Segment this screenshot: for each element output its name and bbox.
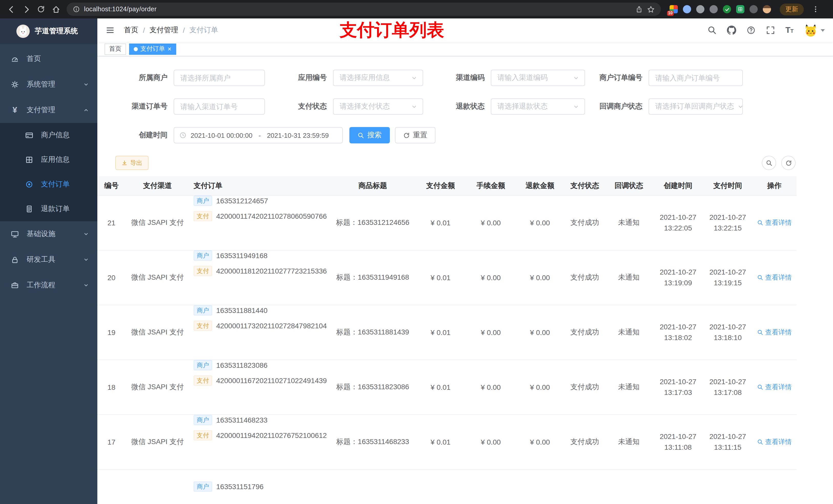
site-info-icon[interactable] xyxy=(73,6,80,13)
toggle-search-button[interactable] xyxy=(762,156,776,170)
sidebar-item-workflow[interactable]: 工作流程 xyxy=(0,272,97,298)
breadcrumb-home[interactable]: 首页 xyxy=(124,26,138,35)
share-icon[interactable] xyxy=(635,5,643,13)
cell-title: 标题：1635312124656 xyxy=(330,196,415,250)
browser-home-button[interactable] xyxy=(50,3,62,15)
breadcrumb-payment[interactable]: 支付管理 xyxy=(149,26,178,35)
view-detail-link[interactable]: 查看详情 xyxy=(757,218,792,227)
browser-reload-button[interactable] xyxy=(35,3,47,15)
extension-icon-pin[interactable] xyxy=(749,5,758,13)
cell-refund: ¥ 0.00 xyxy=(515,196,565,250)
cell-id: 17 xyxy=(97,415,125,470)
cell-actions: 查看详情 xyxy=(752,360,796,415)
sidebar: 芋道管理系统 首页 系统管理 ¥ 支付管理 xyxy=(0,19,97,504)
sidebar-toggle-icon[interactable] xyxy=(105,26,115,35)
sidebar-item-label: 首页 xyxy=(27,54,41,64)
cell-channel: 微信 JSAPI 支付 xyxy=(125,360,190,415)
channel-order-no-input[interactable] xyxy=(174,98,265,115)
sidebar-menu: 首页 系统管理 ¥ 支付管理 商户信息 xyxy=(0,44,97,298)
browser-forward-button[interactable] xyxy=(20,3,32,15)
channel-code-filter-select[interactable]: 请输入渠道编码 xyxy=(491,70,585,86)
cell-order: 商户1635311468233 支付4200001194202110276752… xyxy=(190,415,330,470)
col-header-fee: 手续金额 xyxy=(466,176,515,196)
yen-icon: ¥ xyxy=(10,106,20,114)
select-placeholder: 请选择退款状态 xyxy=(497,102,548,111)
navbar-actions: TT xyxy=(708,23,825,37)
chevron-down-icon xyxy=(83,231,89,237)
table-row: 17 微信 JSAPI 支付 商户1635311468233 支付4200001… xyxy=(97,415,800,470)
cell-fee: ¥ 0.00 xyxy=(466,250,515,305)
sidebar-item-refund-order[interactable]: 退款订单 xyxy=(0,197,97,221)
extension-icon-colorful[interactable]: 10 xyxy=(670,5,678,13)
pay-tag: 支付 xyxy=(194,376,212,386)
browser-menu-icon[interactable] xyxy=(809,3,822,15)
chevron-down-icon xyxy=(411,74,418,81)
app-logo[interactable]: 芋道管理系统 xyxy=(0,19,97,44)
payment-submenu: 商户信息 应用信息 支付订单 退款订单 xyxy=(0,123,97,221)
refund-status-select[interactable]: 请选择退款状态 xyxy=(491,98,585,115)
sidebar-item-home[interactable]: 首页 xyxy=(0,46,97,72)
tab-pay-order[interactable]: 支付订单 × xyxy=(129,43,176,54)
profile-face-icon[interactable] xyxy=(763,5,771,13)
sidebar-item-app-info[interactable]: 应用信息 xyxy=(0,147,97,172)
create-time-range-picker[interactable]: 2021-10-01 00:00:00 - 2021-10-31 23:59:5… xyxy=(174,127,343,143)
browser-back-button[interactable] xyxy=(5,3,18,15)
sidebar-item-pay-order[interactable]: 支付订单 xyxy=(0,172,97,197)
help-icon[interactable] xyxy=(746,26,756,35)
browser-update-button[interactable]: 更新 xyxy=(780,3,804,15)
filter-label-notify-status: 回调商户状态 xyxy=(585,102,648,111)
merchant-filter-input[interactable] xyxy=(174,70,265,86)
extension-icon-blue[interactable] xyxy=(683,5,691,13)
close-icon[interactable]: × xyxy=(168,46,171,52)
select-placeholder: 请选择支付状态 xyxy=(340,102,390,111)
cell-status: 支付成功 xyxy=(565,196,605,250)
notify-status-select[interactable]: 请选择订单回调商户状态 xyxy=(648,98,743,115)
github-icon[interactable] xyxy=(727,26,736,35)
table-header-row: 编号 支付渠道 支付订单 商品标题 支付金额 手续金额 退款金额 支付状态 回调… xyxy=(97,176,800,196)
record-icon xyxy=(25,180,34,189)
cell-channel: 微信 JSAPI 支付 xyxy=(125,305,190,360)
col-header-refund: 退款金额 xyxy=(515,176,565,196)
filter-label-merchant: 所属商户 xyxy=(111,73,174,82)
view-detail-link[interactable]: 查看详情 xyxy=(757,437,792,447)
fullscreen-icon[interactable] xyxy=(766,26,775,35)
view-detail-link[interactable]: 查看详情 xyxy=(757,328,792,337)
chevron-down-icon xyxy=(573,103,579,110)
extension-badge: 10 xyxy=(667,11,674,16)
view-detail-link[interactable]: 查看详情 xyxy=(757,273,792,282)
cell-channel: 微信 JSAPI 支付 xyxy=(125,196,190,250)
cell-amount: ¥ 0.01 xyxy=(415,360,466,415)
extension-icon-green-check[interactable] xyxy=(723,5,731,13)
cell-create-time: 2021-10-2713:17:03 xyxy=(653,360,704,415)
reset-button[interactable]: 重置 xyxy=(395,127,435,143)
pay-tag: 支付 xyxy=(194,321,212,331)
filter-label-merchant-order-no: 商户订单编号 xyxy=(585,73,648,82)
refresh-table-button[interactable] xyxy=(781,156,795,170)
sidebar-item-merchant-info[interactable]: 商户信息 xyxy=(0,123,97,147)
search-icon[interactable] xyxy=(708,26,717,35)
user-menu[interactable] xyxy=(804,23,825,37)
cell-channel: 微信 JSAPI 支付 xyxy=(125,415,190,470)
view-detail-link[interactable]: 查看详情 xyxy=(757,383,792,392)
cell-pay-time: 2021-10-2713:19:15 xyxy=(704,250,752,305)
cell-status: 支付成功 xyxy=(565,250,605,305)
address-bar[interactable]: localhost:1024/pay/order xyxy=(67,3,661,16)
sidebar-item-dev-tools[interactable]: 研发工具 xyxy=(0,247,97,272)
sidebar-item-payment[interactable]: ¥ 支付管理 xyxy=(0,97,97,123)
extension-icon-chat[interactable] xyxy=(736,5,744,13)
cell-id: 21 xyxy=(97,196,125,250)
bookmark-star-icon[interactable] xyxy=(647,5,655,13)
cell-notify: 未通知 xyxy=(605,250,653,305)
tab-home[interactable]: 首页 xyxy=(104,43,126,54)
orders-table: 编号 支付渠道 支付订单 商品标题 支付金额 手续金额 退款金额 支付状态 回调… xyxy=(97,176,800,504)
search-button[interactable]: 搜索 xyxy=(349,127,390,143)
extension-icon-gray[interactable] xyxy=(696,5,705,13)
app-filter-select[interactable]: 请选择应用信息 xyxy=(333,70,423,86)
font-size-icon[interactable]: TT xyxy=(785,26,793,34)
export-button[interactable]: 导出 xyxy=(115,156,148,170)
merchant-order-no-input[interactable] xyxy=(648,70,743,86)
extension-icon-dark-gray[interactable] xyxy=(710,5,718,13)
sidebar-item-system[interactable]: 系统管理 xyxy=(0,72,97,97)
pay-status-select[interactable]: 请选择支付状态 xyxy=(333,98,423,115)
sidebar-item-infra[interactable]: 基础设施 xyxy=(0,221,97,247)
